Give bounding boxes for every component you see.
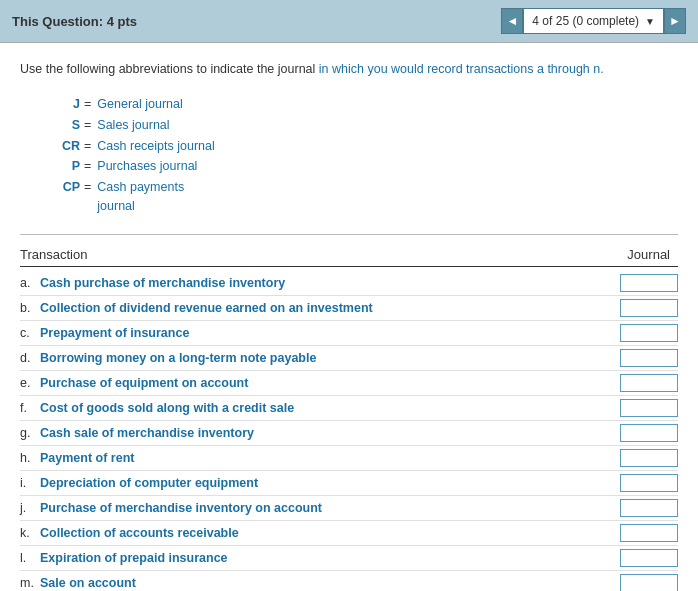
transaction-label: d.Borrowing money on a long-term note pa… — [20, 351, 620, 365]
transaction-letter: f. — [20, 401, 40, 415]
progress-box: 4 of 25 (0 complete) ▼ — [523, 8, 664, 34]
abbrev-eq-s: = — [84, 116, 91, 135]
transaction-text: Borrowing money on a long-term note paya… — [40, 351, 316, 365]
table-row: f.Cost of goods sold along with a credit… — [20, 396, 678, 421]
journal-input-a[interactable] — [620, 274, 678, 292]
journal-input-i[interactable] — [620, 474, 678, 492]
abbrev-key-cp: CP — [40, 178, 80, 197]
transaction-text: Sale on account — [40, 576, 136, 590]
transaction-letter: e. — [20, 376, 40, 390]
instructions: Use the following abbreviations to indic… — [20, 59, 678, 79]
transaction-label: c.Prepayment of insurance — [20, 326, 620, 340]
transaction-text: Purchase of merchandise inventory on acc… — [40, 501, 322, 515]
transaction-label: l.Expiration of prepaid insurance — [20, 551, 620, 565]
next-button[interactable]: ► — [664, 8, 686, 34]
header: This Question: 4 pts ◄ 4 of 25 (0 comple… — [0, 0, 698, 43]
points-value: 4 pts — [107, 14, 137, 29]
prev-button[interactable]: ◄ — [501, 8, 523, 34]
table-row: k.Collection of accounts receivable — [20, 521, 678, 546]
table-row: e.Purchase of equipment on account — [20, 371, 678, 396]
abbrev-key-cr: CR — [40, 137, 80, 156]
table-row: d.Borrowing money on a long-term note pa… — [20, 346, 678, 371]
divider — [20, 234, 678, 235]
transaction-letter: i. — [20, 476, 40, 490]
transaction-letter: j. — [20, 501, 40, 515]
navigation-controls: ◄ 4 of 25 (0 complete) ▼ ► — [501, 8, 686, 34]
journal-input-l[interactable] — [620, 549, 678, 567]
table-header: Transaction Journal — [20, 247, 678, 267]
abbrev-key-p: P — [40, 157, 80, 176]
transaction-label: e.Purchase of equipment on account — [20, 376, 620, 390]
abbrev-eq-p: = — [84, 157, 91, 176]
abbrev-val-p: Purchases journal — [97, 157, 197, 176]
transaction-label: f.Cost of goods sold along with a credit… — [20, 401, 620, 415]
transaction-label: g.Cash sale of merchandise inventory — [20, 426, 620, 440]
col-journal-header: Journal — [627, 247, 670, 262]
journal-input-h[interactable] — [620, 449, 678, 467]
journal-input-k[interactable] — [620, 524, 678, 542]
transaction-letter: c. — [20, 326, 40, 340]
transaction-text: Cash purchase of merchandise inventory — [40, 276, 285, 290]
instructions-highlight: in which you would record transactions a… — [319, 62, 604, 76]
transaction-text: Collection of dividend revenue earned on… — [40, 301, 373, 315]
table-row: m.Sale on account — [20, 571, 678, 592]
journal-input-e[interactable] — [620, 374, 678, 392]
transaction-letter: d. — [20, 351, 40, 365]
table-row: i.Depreciation of computer equipment — [20, 471, 678, 496]
progress-text: 4 of 25 (0 complete) — [532, 14, 639, 28]
abbrev-val-cr: Cash receipts journal — [97, 137, 214, 156]
transaction-letter: b. — [20, 301, 40, 315]
rows-container: a.Cash purchase of merchandise inventory… — [20, 271, 678, 592]
transaction-label: k.Collection of accounts receivable — [20, 526, 620, 540]
transaction-text: Prepayment of insurance — [40, 326, 189, 340]
transaction-text: Cash sale of merchandise inventory — [40, 426, 254, 440]
transaction-letter: a. — [20, 276, 40, 290]
table-row: j.Purchase of merchandise inventory on a… — [20, 496, 678, 521]
transactions-table: Transaction Journal a.Cash purchase of m… — [20, 247, 678, 592]
table-row: b.Collection of dividend revenue earned … — [20, 296, 678, 321]
transaction-label: i.Depreciation of computer equipment — [20, 476, 620, 490]
question-label: This Question: 4 pts — [12, 14, 137, 29]
abbrev-key-j: J — [40, 95, 80, 114]
abbrev-val-j: General journal — [97, 95, 182, 114]
table-row: c.Prepayment of insurance — [20, 321, 678, 346]
abbrev-val-cp: Cash paymentsjournal — [97, 178, 184, 216]
transaction-text: Collection of accounts receivable — [40, 526, 239, 540]
journal-input-b[interactable] — [620, 299, 678, 317]
transaction-label: j.Purchase of merchandise inventory on a… — [20, 501, 620, 515]
transaction-label: b.Collection of dividend revenue earned … — [20, 301, 620, 315]
journal-input-f[interactable] — [620, 399, 678, 417]
transaction-text: Expiration of prepaid insurance — [40, 551, 228, 565]
journal-input-c[interactable] — [620, 324, 678, 342]
abbrev-eq-cr: = — [84, 137, 91, 156]
transaction-letter: l. — [20, 551, 40, 565]
abbrev-key-s: S — [40, 116, 80, 135]
abbrev-eq-cp: = — [84, 178, 91, 197]
table-row: a.Cash purchase of merchandise inventory — [20, 271, 678, 296]
transaction-label: a.Cash purchase of merchandise inventory — [20, 276, 620, 290]
question-label-text: This Question: — [12, 14, 103, 29]
col-transaction-header: Transaction — [20, 247, 87, 262]
transaction-text: Payment of rent — [40, 451, 134, 465]
transaction-letter: g. — [20, 426, 40, 440]
table-row: l.Expiration of prepaid insurance — [20, 546, 678, 571]
abbrev-row-s: S = Sales journal — [40, 116, 678, 135]
abbrev-row-cr: CR = Cash receipts journal — [40, 137, 678, 156]
transaction-letter: k. — [20, 526, 40, 540]
table-row: g.Cash sale of merchandise inventory — [20, 421, 678, 446]
transaction-label: m.Sale on account — [20, 576, 620, 590]
transaction-letter: m. — [20, 576, 40, 590]
chevron-down-icon[interactable]: ▼ — [645, 16, 655, 27]
transaction-text: Depreciation of computer equipment — [40, 476, 258, 490]
abbrev-row-cp: CP = Cash paymentsjournal — [40, 178, 678, 216]
journal-input-m[interactable] — [620, 574, 678, 592]
transaction-label: h.Payment of rent — [20, 451, 620, 465]
abbreviations-table: J = General journal S = Sales journal CR… — [40, 95, 678, 216]
transaction-text: Cost of goods sold along with a credit s… — [40, 401, 294, 415]
journal-input-d[interactable] — [620, 349, 678, 367]
main-content: Use the following abbreviations to indic… — [0, 43, 698, 591]
journal-input-g[interactable] — [620, 424, 678, 442]
abbrev-val-s: Sales journal — [97, 116, 169, 135]
journal-input-j[interactable] — [620, 499, 678, 517]
abbrev-eq-j: = — [84, 95, 91, 114]
